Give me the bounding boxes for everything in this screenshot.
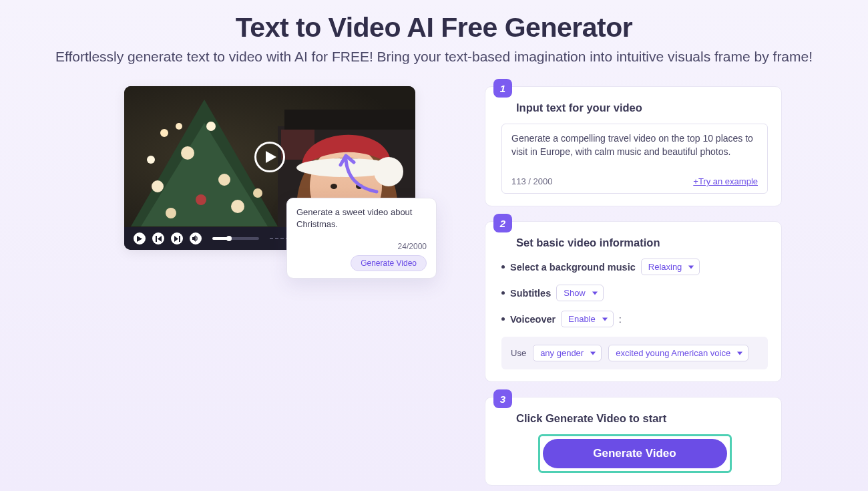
- voice-use-box: Use any gender excited young American vo…: [501, 337, 768, 369]
- svg-point-8: [147, 156, 155, 164]
- bullet-icon: [501, 291, 505, 295]
- svg-rect-14: [284, 110, 415, 130]
- use-label: Use: [511, 348, 526, 358]
- step-1-title: Input text for your video: [516, 102, 768, 114]
- preview-column: Generate a sweet video about Christmas. …: [124, 86, 438, 486]
- svg-point-17: [374, 157, 403, 186]
- svg-point-18: [331, 184, 337, 189]
- popover-charcount: 24/2000: [296, 242, 427, 251]
- svg-point-19: [356, 184, 363, 189]
- subtitles-select[interactable]: Show: [556, 285, 604, 301]
- subtitles-label: Subtitles: [510, 288, 551, 299]
- prompt-textbox[interactable]: Generate a compelling travel video on th…: [501, 124, 768, 194]
- bullet-icon: [501, 265, 505, 269]
- svg-point-3: [206, 122, 216, 131]
- bg-music-label: Select a background music: [510, 262, 636, 273]
- svg-point-11: [160, 129, 168, 137]
- gender-select[interactable]: any gender: [533, 345, 602, 361]
- step-2-title: Set basic video information: [516, 236, 768, 249]
- svg-point-7: [231, 200, 244, 213]
- seek-slider[interactable]: [212, 237, 259, 240]
- page-subtitle: Effortlessly generate text to video with…: [40, 47, 828, 66]
- svg-point-4: [166, 208, 176, 218]
- page-title: Text to Video AI Free Generator: [40, 12, 828, 43]
- svg-point-1: [152, 180, 164, 192]
- steps-column: 1 Input text for your video Generate a c…: [485, 86, 782, 486]
- play-icon[interactable]: [254, 142, 285, 172]
- preview-popover: Generate a sweet video about Christmas. …: [286, 198, 437, 279]
- prompt-text[interactable]: Generate a compelling travel video on th…: [511, 132, 758, 171]
- play-button[interactable]: [134, 232, 146, 244]
- svg-point-5: [218, 174, 230, 186]
- step-badge-2: 2: [493, 214, 512, 232]
- prev-button[interactable]: [152, 232, 164, 244]
- generate-video-button[interactable]: Generate Video: [543, 439, 727, 468]
- char-count: 113 / 2000: [511, 176, 552, 186]
- step-badge-1: 1: [493, 79, 512, 98]
- bg-music-select[interactable]: Relaxing: [641, 259, 700, 275]
- voice-select[interactable]: excited young American voice: [608, 345, 748, 361]
- step-2: 2 Set basic video information Select a b…: [485, 221, 782, 382]
- voiceover-label: Voiceover: [510, 314, 556, 325]
- voiceover-select[interactable]: Enable: [561, 311, 613, 327]
- step-3: 3 Click Generate Video to start Generate…: [485, 397, 782, 486]
- try-example-link[interactable]: +Try an example: [693, 176, 758, 186]
- step-1: 1 Input text for your video Generate a c…: [485, 86, 782, 206]
- popover-generate-button[interactable]: Generate Video: [351, 255, 427, 271]
- step-badge-3: 3: [493, 389, 512, 408]
- bullet-icon: [501, 317, 505, 321]
- step-3-title: Click Generate Video to start: [516, 412, 768, 425]
- next-button[interactable]: [171, 232, 183, 244]
- volume-button[interactable]: [190, 232, 202, 244]
- generate-highlight: Generate Video: [538, 434, 732, 473]
- svg-point-6: [196, 194, 206, 205]
- svg-point-10: [253, 188, 262, 198]
- svg-point-9: [176, 123, 182, 130]
- colon: :: [619, 314, 622, 325]
- popover-text: Generate a sweet video about Christmas.: [296, 206, 427, 230]
- svg-point-2: [181, 146, 194, 160]
